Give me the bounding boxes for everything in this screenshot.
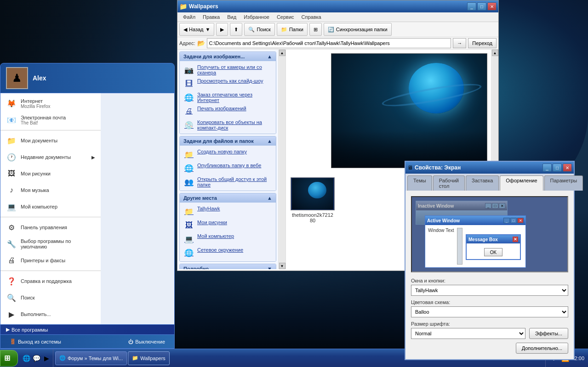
file-item-thetismoon[interactable]: thetismoon2k721280 — [290, 175, 336, 225]
taskbar-ie-icon[interactable]: 🌐 — [22, 354, 31, 363]
recent-docs-item[interactable]: 🕐 Недавние документы ▶ — [0, 149, 101, 165]
color-scheme-select[interactable]: Balloo — [411, 306, 568, 317]
sync-button[interactable]: 🔄 Синхронизация папки — [324, 23, 392, 36]
shutdown-btn[interactable]: ⏻ Выключение — [125, 337, 169, 346]
sidebar-link-publish[interactable]: 🌐 Опубликовать папку в вебе — [182, 161, 274, 175]
windows-buttons-group: Окна и кнопки: TallyHawk — [411, 278, 568, 296]
scroll-area[interactable] — [457, 228, 462, 265]
scroll-up-btn[interactable]: ▲ — [279, 50, 285, 56]
tab-screensaver[interactable]: Заставка — [466, 175, 499, 191]
taskbar-wallpapers-btn[interactable]: 📁 Wallpapers — [128, 351, 170, 365]
logout-icon: 🚪 — [10, 339, 16, 344]
pinned-firefox[interactable]: 🦊 Интернет Mozilla Firefox — [0, 95, 101, 112]
shutdown-icon: ⏻ — [128, 339, 133, 344]
printers-item[interactable]: 🖨 Принтеры и факсы — [0, 252, 101, 269]
forward-button[interactable]: ▶ — [216, 23, 228, 36]
folder-icon: 📁 — [183, 206, 194, 217]
tab-appearance[interactable]: Оформление — [500, 175, 543, 191]
search-button[interactable]: 🔍 Поиск — [244, 23, 274, 36]
explorer-minimize-btn[interactable]: _ — [467, 2, 476, 11]
search-item[interactable]: 🔍 Поиск — [0, 289, 101, 306]
menu-help[interactable]: Справка — [298, 13, 325, 21]
active-minimize-btn[interactable]: _ — [503, 218, 510, 223]
address-go-button[interactable]: → — [453, 38, 466, 48]
default-programs-icon: 🔧 — [6, 238, 17, 249]
windows-buttons-select[interactable]: TallyHawk — [411, 285, 568, 296]
go-label-btn[interactable]: Переход — [468, 38, 497, 48]
tab-themes[interactable]: Темы — [407, 175, 432, 191]
my-music-item[interactable]: ♪ Моя музыка — [0, 182, 101, 198]
sidebar-section-files: Задачи для файлов и папок ▲ 📁 Создать но… — [179, 136, 276, 191]
sidebar-section-places-header[interactable]: Другие места ▲ — [180, 193, 276, 203]
active-close-btn[interactable]: ✕ — [517, 218, 524, 223]
submenu-arrow: ▶ — [91, 155, 95, 160]
dp-window-controls: _ □ ✕ — [542, 164, 572, 172]
taskbar-media-icon[interactable]: ▶ — [42, 354, 51, 363]
sidebar-link-tallyhawk[interactable]: 📁 TallyHawk — [182, 204, 274, 218]
sidebar-link-network[interactable]: 🌐 Сетевое окружение — [182, 246, 274, 260]
menu-file[interactable]: Файл — [179, 13, 199, 21]
start-button[interactable]: ⊞ — [0, 350, 18, 367]
my-computer-item[interactable]: 💻 Мой компьютер — [0, 198, 101, 215]
sidebar-link-new-folder[interactable]: 📁 Создать новую папку — [182, 147, 274, 161]
font-size-select[interactable]: Normal — [411, 328, 525, 339]
menu-view[interactable]: Вид — [223, 13, 240, 21]
main-scroll-up-btn[interactable]: ▲ — [492, 50, 498, 56]
view-button[interactable]: ⊞ — [309, 23, 322, 36]
window-text-label: Window Text — [428, 228, 454, 265]
my-pictures-item[interactable]: 🖼 Мои рисунки — [0, 165, 101, 182]
sidebar-link-camera[interactable]: 📷 Получить от камеры или со сканера — [182, 63, 274, 77]
menu-service[interactable]: Сервис — [273, 13, 298, 21]
inactive-close-btn[interactable]: ✕ — [499, 203, 505, 209]
explorer-close-btn[interactable]: ✕ — [487, 2, 497, 11]
logout-btn[interactable]: 🚪 Выход из системы — [6, 337, 65, 346]
tab-desktop[interactable]: Рабочий стол — [433, 175, 465, 191]
msgbox-ok-btn[interactable]: OK — [484, 248, 502, 256]
sidebar-link-share[interactable]: 👥 Открыть общий доступ к этой папке — [182, 175, 274, 189]
sidebar-link-slideshow[interactable]: 🎞 Просмотреть как слайд-шоу — [182, 77, 274, 90]
scroll-down-btn[interactable]: ▼ — [279, 263, 285, 269]
inactive-win-buttons: _ □ ✕ — [485, 203, 505, 209]
pinned-email[interactable]: 📧 Электронная почта The Bat! — [0, 112, 101, 128]
explorer-title-text: Wallpapers — [189, 3, 465, 10]
display-properties-window: 🖥 Свойства: Экран _ □ ✕ Темы Рабочий сто… — [405, 161, 575, 360]
help-item[interactable]: ❓ Справка и поддержка — [0, 273, 101, 289]
explorer-maximize-btn[interactable]: □ — [477, 2, 486, 11]
run-item[interactable]: ▶ Выполнить... — [0, 306, 101, 322]
sidebar-link-my-computer[interactable]: 💻 Мой компьютер — [182, 232, 274, 246]
sidebar-link-order[interactable]: 🌐 Заказ отпечатков через Интернет — [182, 90, 274, 104]
back-button[interactable]: ◀ Назад ▼ — [179, 23, 214, 36]
menu-favorites[interactable]: Избранное — [240, 13, 273, 21]
tab-settings[interactable]: Параметры — [544, 175, 583, 191]
taskbar-quick-launch: 🌐 💬 ▶ — [20, 349, 53, 367]
effects-button[interactable]: Эффекты... — [529, 328, 568, 339]
default-programs-item[interactable]: 🔧 Выбор программы по умолчанию — [0, 236, 101, 252]
sidebar-scrollbar[interactable]: ▲ ▼ — [279, 50, 286, 269]
email-text-group: Электронная почта The Bat! — [21, 115, 66, 125]
taskbar-forum-btn[interactable]: 🌐 Форум » Темы для Wi... — [55, 351, 127, 365]
all-programs-item[interactable]: ▶ Все программы — [0, 324, 174, 334]
sidebar-link-my-pictures[interactable]: 🖼 Мои рисунки — [182, 218, 274, 232]
dp-minimize-btn[interactable]: _ — [542, 164, 552, 172]
dp-title-icon: 🖥 — [407, 164, 413, 171]
my-documents-item[interactable]: 📁 Мои документы — [0, 132, 101, 149]
control-panel-item[interactable]: ⚙ Панель управления — [0, 219, 101, 236]
sidebar-section-images-header[interactable]: Задачи для изображен... ▲ — [180, 52, 276, 61]
menu-edit[interactable]: Правка — [199, 13, 223, 21]
inactive-minimize-btn[interactable]: _ — [485, 203, 491, 209]
font-size-row: Normal Эффекты... — [411, 328, 568, 339]
sidebar-section-details-header[interactable]: Подробно ▼ — [180, 264, 276, 269]
dp-close-btn[interactable]: ✕ — [563, 164, 572, 172]
taskbar-chat-icon[interactable]: 💬 — [32, 354, 41, 363]
advanced-button[interactable]: Дополнительно... — [516, 343, 568, 354]
folders-button[interactable]: 📁 Папки — [277, 23, 308, 36]
msgbox-close-btn[interactable]: ✕ — [513, 237, 518, 242]
active-maximize-btn[interactable]: □ — [510, 218, 517, 223]
sidebar-section-files-header[interactable]: Задачи для файлов и папок ▲ — [180, 136, 276, 146]
sidebar-link-print[interactable]: 🖨 Печать изображений — [182, 104, 274, 118]
up-button[interactable]: ⬆ — [230, 23, 242, 36]
dp-maximize-btn[interactable]: □ — [553, 164, 562, 172]
sidebar-link-copy-cd[interactable]: 💿 Копировать все объекты на компакт-диск — [182, 118, 274, 132]
address-input[interactable] — [207, 38, 451, 48]
inactive-maximize-btn[interactable]: □ — [492, 203, 498, 209]
